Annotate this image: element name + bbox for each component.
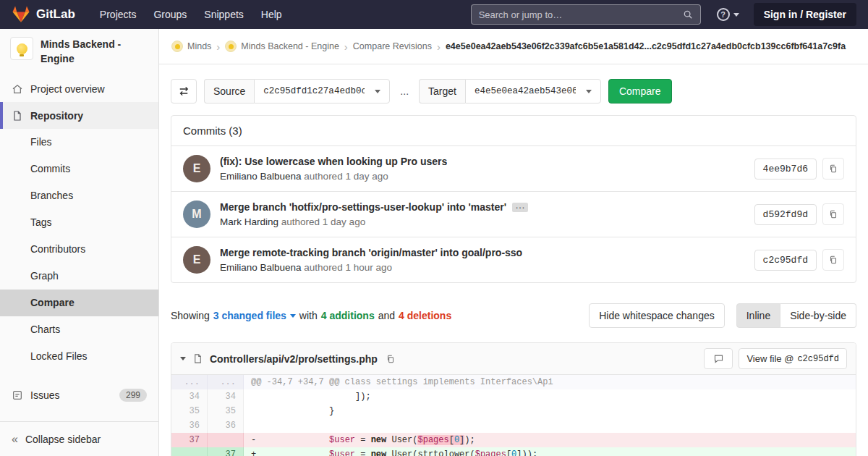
source-ref-dropdown[interactable]: c2c95dfd1c27a4edb0cf… — [254, 79, 390, 104]
breadcrumb-item-project[interactable]: Minds Backend - Engine — [225, 41, 339, 52]
swap-icon — [177, 85, 190, 98]
expand-commit-message-button[interactable] — [512, 203, 528, 212]
commit-title-link[interactable]: (fix): Use lowercase when looking up Pro… — [220, 156, 447, 167]
compare-button[interactable]: Compare — [608, 79, 672, 104]
gitlab-logo[interactable]: GitLab — [12, 5, 75, 24]
commit-meta-text: authored 1 hour ago — [304, 262, 392, 273]
view-file-label: View file @ — [746, 353, 793, 364]
diff-line: 37+ $user = new User(strtolower($pages[0… — [171, 447, 856, 456]
new-line-number[interactable] — [208, 433, 244, 447]
sidebar-item-compare[interactable]: Compare — [0, 290, 158, 316]
nav-link-groups[interactable]: Groups — [145, 0, 195, 29]
commit-title-link[interactable]: Merge branch 'hotfix/pro-settings-user-l… — [220, 201, 506, 213]
old-line-number[interactable] — [171, 447, 208, 456]
commit-author-link[interactable]: Emiliano Balbuena — [220, 171, 302, 182]
target-ref-dropdown[interactable]: e4e5e0ea42aeb543e06f… — [465, 79, 601, 104]
sidebar-item-branches[interactable]: Branches — [0, 182, 158, 209]
side-by-side-view-button[interactable]: Side-by-side — [780, 303, 856, 328]
commit-author-link[interactable]: Emiliano Balbuena — [220, 262, 302, 273]
commit-meta-text: authored 1 day ago — [281, 216, 365, 227]
sidebar-item-locked-files[interactable]: Locked Files — [0, 343, 158, 370]
collapse-icon — [12, 433, 18, 446]
chevron-down-icon — [586, 90, 592, 93]
changed-files-dropdown[interactable]: 3 changed files — [213, 310, 296, 321]
commit-info: (fix): Use lowercase when looking up Pro… — [220, 156, 736, 182]
diff-line-content: @@ -34,7 +34,7 @@ class settings impleme… — [244, 375, 856, 389]
old-line-number[interactable]: 35 — [171, 404, 208, 418]
compare-form: Source c2c95dfd1c27a4edb0cf… ... Target … — [171, 79, 856, 104]
commit-author-link[interactable]: Mark Harding — [220, 216, 278, 227]
repository-icon — [12, 110, 23, 122]
commits-header: Commits (3) — [171, 116, 856, 146]
sidebar-item-tags[interactable]: Tags — [0, 209, 158, 236]
sidebar-item-repository[interactable]: Repository — [0, 102, 158, 129]
sidebar-item-commits[interactable]: Commits — [0, 156, 158, 182]
sidebar-item-label: Repository — [30, 110, 83, 122]
search-icon — [683, 9, 693, 20]
sidebar-item-label: Issues — [30, 389, 59, 401]
search-input[interactable]: Search or jump to… — [471, 4, 701, 25]
new-line-number[interactable]: 37 — [208, 447, 244, 456]
commit-sha[interactable]: c2c95dfd — [754, 250, 817, 271]
old-line-number[interactable]: 34 — [171, 389, 208, 404]
copy-sha-button[interactable] — [822, 203, 844, 225]
issues-icon — [12, 389, 23, 401]
toggle-comments-button[interactable] — [704, 348, 733, 369]
sidebar-item-charts[interactable]: Charts — [0, 316, 158, 343]
copy-sha-button[interactable] — [822, 158, 844, 180]
diff-line: 3535 } — [171, 404, 856, 418]
breadcrumb-item-minds[interactable]: Minds — [171, 41, 211, 52]
swap-revisions-button[interactable] — [171, 79, 197, 104]
project-context[interactable]: Minds Backend - Engine — [0, 29, 158, 75]
sign-in-button[interactable]: Sign in / Register — [754, 3, 856, 26]
target-ref-value: e4e5e0ea42aeb543e06f… — [475, 86, 576, 96]
new-line-number[interactable]: ... — [208, 375, 244, 389]
compare-revisions-view: Source c2c95dfd1c27a4edb0cf… ... Target … — [159, 64, 868, 456]
hide-whitespace-button[interactable]: Hide whitespace changes — [589, 303, 725, 328]
sidebar-item-issues[interactable]: Issues 299 — [0, 381, 158, 408]
collapse-label: Collapse sidebar — [25, 434, 101, 445]
nav-link-projects[interactable]: Projects — [91, 0, 145, 29]
new-line-number[interactable]: 34 — [208, 389, 244, 404]
view-file-button[interactable]: View file @ c2c95dfd — [739, 348, 847, 369]
commit-sha[interactable]: 4ee9b7d6 — [754, 159, 817, 180]
commit-title-link[interactable]: Merge remote-tracking branch 'origin/mas… — [220, 247, 522, 258]
diff-line: 3434 ]); — [171, 389, 856, 404]
search-placeholder: Search or jump to… — [479, 9, 683, 20]
collapse-sidebar-button[interactable]: Collapse sidebar — [0, 421, 158, 456]
diff-view-controls: Hide whitespace changes Inline Side-by-s… — [589, 303, 856, 328]
diff-table: ......@@ -34,7 +34,7 @@ class settings i… — [171, 375, 856, 456]
additions-count: 4 additions — [321, 310, 375, 321]
collapse-file-icon[interactable] — [180, 357, 186, 360]
nav-link-snippets[interactable]: Snippets — [195, 0, 252, 29]
file-path[interactable]: Controllers/api/v2/pro/settings.php — [210, 353, 378, 365]
commits-panel: Commits (3) E (fix): Use lowercase when … — [171, 115, 856, 283]
sidebar-item-project-overview[interactable]: Project overview — [0, 75, 158, 102]
chevron-down-icon — [290, 314, 296, 318]
breadcrumb-item-compare-revisions[interactable]: Compare Revisions — [353, 41, 432, 51]
sidebar-item-files[interactable]: Files — [0, 129, 158, 156]
sidebar-item-contributors[interactable]: Contributors — [0, 236, 158, 263]
diff-line-content: + $user = new User(strtolower($pages[0])… — [244, 447, 856, 456]
copy-icon — [828, 209, 838, 219]
gitlab-compare-page: GitLab Projects Groups Snippets Help Sea… — [0, 0, 868, 456]
commit-sha[interactable]: d592fd9d — [754, 204, 817, 225]
inline-view-button[interactable]: Inline — [736, 303, 780, 328]
old-line-number[interactable]: 36 — [171, 418, 208, 433]
help-menu[interactable] — [717, 8, 739, 21]
diff-view-toggle: Inline Side-by-side — [736, 303, 856, 328]
new-line-number[interactable]: 35 — [208, 404, 244, 418]
chevron-right-icon — [437, 41, 441, 53]
comment-icon — [713, 353, 724, 364]
nav-link-help[interactable]: Help — [252, 0, 291, 29]
old-line-number[interactable]: 37 — [171, 433, 208, 447]
diff-file-panel: Controllers/api/v2/pro/settings.php — [171, 342, 856, 456]
gitlab-tanuki-icon — [12, 5, 30, 24]
sidebar-item-graph[interactable]: Graph — [0, 263, 158, 290]
copy-file-path-button[interactable] — [384, 352, 397, 366]
copy-sha-button[interactable] — [822, 249, 844, 271]
view-file-sha: c2c95dfd — [797, 354, 839, 364]
old-line-number[interactable]: ... — [171, 375, 208, 389]
new-line-number[interactable]: 36 — [208, 418, 244, 433]
changed-files-label: 3 changed files — [213, 310, 286, 321]
